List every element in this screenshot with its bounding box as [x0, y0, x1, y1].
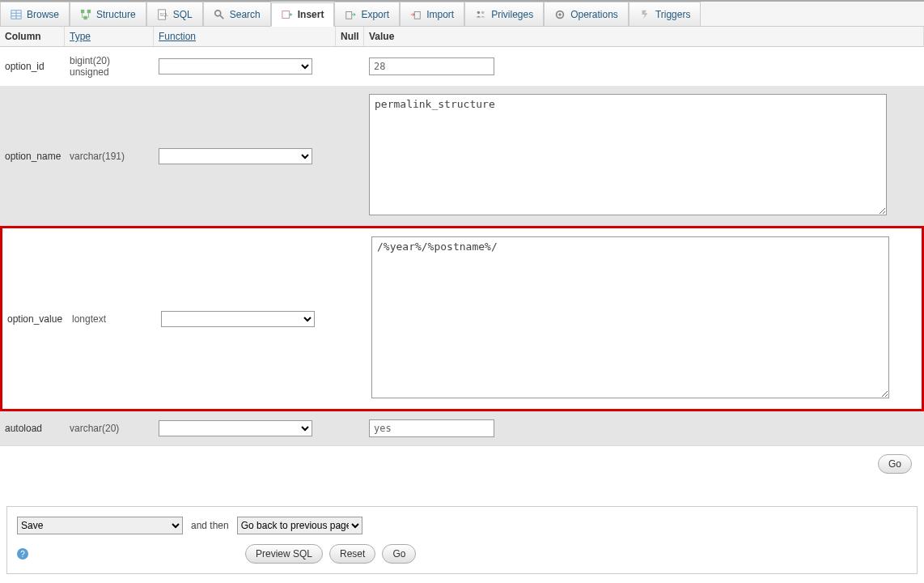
header-value: Value: [369, 31, 394, 42]
tab-label: Privileges: [491, 9, 533, 20]
tab-browse[interactable]: Browse: [0, 2, 70, 26]
tab-structure[interactable]: Structure: [70, 2, 146, 26]
row-option-name: option_name varchar(191): [0, 86, 924, 226]
row-autoload: autoload varchar(20): [0, 411, 924, 445]
svg-rect-5: [87, 9, 91, 12]
tab-sql[interactable]: SQL SQL: [146, 2, 203, 26]
svg-point-17: [481, 11, 485, 14]
column-headers: Column Type Function Null Value: [0, 27, 924, 47]
svg-rect-15: [414, 11, 420, 19]
row-option-id: option_id bigint(20) unsigned: [0, 47, 924, 86]
save-select[interactable]: Save: [17, 517, 183, 534]
tab-label: Insert: [298, 9, 324, 20]
operations-icon: [554, 9, 566, 20]
function-select[interactable]: [161, 311, 315, 327]
value-input[interactable]: [369, 57, 494, 75]
header-function[interactable]: Function: [159, 31, 196, 42]
col-name: option_name: [0, 151, 65, 162]
function-select[interactable]: [159, 148, 312, 164]
then-select[interactable]: Go back to previous page: [237, 517, 362, 534]
tab-label: Import: [426, 9, 454, 20]
header-type[interactable]: Type: [70, 31, 91, 42]
tab-triggers[interactable]: Triggers: [629, 2, 701, 26]
go-button[interactable]: Go: [878, 454, 912, 474]
header-null: Null: [341, 31, 359, 42]
col-type: varchar(20): [65, 423, 154, 434]
svg-rect-14: [346, 11, 352, 19]
svg-rect-4: [81, 9, 84, 12]
go-row: Go: [0, 445, 924, 482]
value-textarea[interactable]: [369, 94, 887, 215]
structure-icon: [80, 9, 91, 20]
tabs-bar: Browse Structure SQL SQL Search Insert E…: [0, 0, 924, 27]
tab-label: Export: [361, 9, 389, 20]
function-select[interactable]: [159, 58, 312, 74]
col-name: autoload: [0, 423, 65, 434]
svg-point-19: [558, 13, 562, 16]
preview-sql-button[interactable]: Preview SQL: [245, 544, 323, 564]
tab-label: Structure: [96, 9, 136, 20]
col-name: option_id: [0, 61, 65, 72]
tab-label: Triggers: [655, 9, 691, 20]
tab-label: Operations: [570, 9, 618, 20]
svg-rect-6: [83, 15, 87, 19]
row-option-value: option_value longtext: [0, 226, 924, 411]
go-button-footer[interactable]: Go: [382, 544, 416, 564]
search-icon: [214, 9, 225, 20]
sql-icon: SQL: [157, 9, 168, 20]
tab-label: SQL: [173, 9, 193, 20]
svg-point-9: [214, 10, 220, 15]
reset-button[interactable]: Reset: [329, 544, 375, 564]
privileges-icon: [475, 9, 486, 20]
header-column: Column: [5, 31, 41, 42]
footer-box: Save and then Go back to previous page ?…: [6, 506, 918, 574]
tab-privileges[interactable]: Privileges: [464, 2, 544, 26]
tab-insert[interactable]: Insert: [271, 2, 335, 27]
svg-point-16: [477, 11, 481, 14]
import-icon: [410, 9, 422, 20]
tab-import[interactable]: Import: [400, 2, 464, 26]
tab-label: Search: [230, 9, 261, 20]
export-icon: [345, 9, 356, 20]
triggers-icon: [639, 9, 651, 20]
function-select[interactable]: [159, 420, 312, 436]
tab-label: Browse: [27, 9, 59, 20]
svg-line-10: [220, 15, 223, 18]
tab-export[interactable]: Export: [334, 2, 400, 26]
help-icon[interactable]: ?: [17, 548, 28, 560]
insert-icon: [282, 9, 293, 20]
col-type: longtext: [67, 313, 156, 325]
svg-rect-11: [282, 11, 290, 19]
tab-operations[interactable]: Operations: [544, 2, 629, 26]
col-type: bigint(20) unsigned: [65, 55, 154, 78]
table-icon: [11, 9, 22, 20]
value-input[interactable]: [369, 419, 494, 437]
value-textarea[interactable]: [371, 236, 889, 398]
tab-search[interactable]: Search: [203, 2, 271, 26]
col-name: option_value: [2, 313, 67, 325]
and-then-label: and then: [191, 520, 229, 531]
col-type: varchar(191): [65, 151, 154, 162]
svg-text:SQL: SQL: [159, 11, 168, 16]
